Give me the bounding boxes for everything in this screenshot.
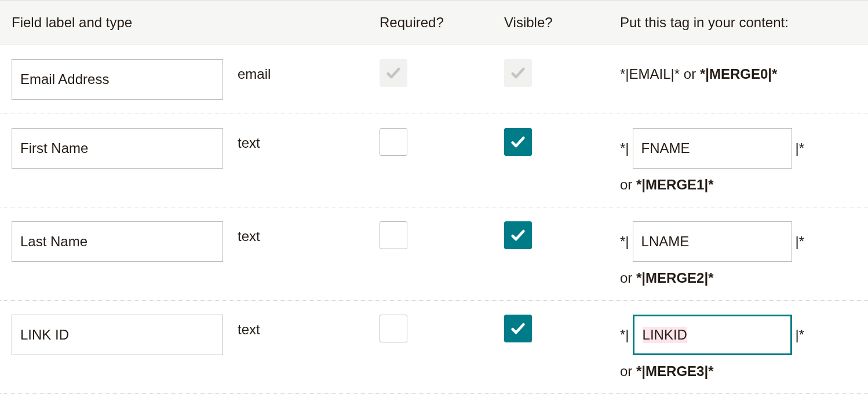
tag-cell: *||*or *|MERGE3|* — [620, 315, 856, 379]
field-label-input[interactable] — [12, 59, 223, 100]
tag-delim: *| — [700, 66, 709, 82]
visible-checkbox — [504, 59, 532, 87]
required-checkbox — [380, 59, 407, 87]
field-label-input[interactable] — [12, 315, 223, 355]
tag-delim: |* — [704, 177, 713, 192]
or-word: or — [684, 66, 696, 82]
tag-merge: MERGE3 — [645, 363, 704, 379]
header-visible: Visible? — [504, 14, 620, 31]
or-word: or — [620, 363, 632, 379]
tag-merge-line: or *|MERGE2|* — [620, 270, 856, 286]
tag-cell: *|EMAIL|* or *|MERGE0|* — [620, 59, 856, 82]
tag-merge: MERGE0 — [709, 66, 768, 82]
tag-merge: MERGE2 — [645, 270, 704, 286]
field-type-label: text — [238, 315, 380, 338]
tag-static-text: *|EMAIL|* or *|MERGE0|* — [620, 66, 856, 82]
tag-delim-open: *| — [620, 140, 629, 156]
tag-delim: |* — [768, 66, 777, 82]
field-type-label: text — [238, 221, 380, 245]
or-word: or — [620, 270, 632, 286]
tag-merge: MERGE1 — [645, 177, 704, 192]
table-row: text*||*or *|MERGE2|* — [0, 207, 868, 301]
tag-delim: *| — [636, 270, 645, 286]
tag-input[interactable] — [633, 128, 792, 169]
or-word: or — [620, 177, 632, 192]
table-row: text*||*or *|MERGE1|* — [0, 114, 868, 207]
header-label: Field label and type — [12, 14, 380, 31]
required-checkbox[interactable] — [380, 315, 407, 342]
header-required: Required? — [380, 14, 504, 31]
table-row: email*|EMAIL|* or *|MERGE0|* — [0, 45, 868, 114]
field-label-input[interactable] — [12, 221, 223, 262]
visible-checkbox[interactable] — [504, 128, 532, 156]
tag-delim-close: |* — [796, 233, 805, 250]
tag-input[interactable] — [633, 221, 792, 262]
required-checkbox[interactable] — [380, 221, 407, 249]
tag-delim: |* — [704, 363, 713, 379]
tag-cell: *||*or *|MERGE1|* — [620, 128, 856, 193]
required-checkbox[interactable] — [380, 128, 407, 156]
field-type-label: text — [238, 128, 380, 151]
field-label-input[interactable] — [12, 128, 223, 169]
tag-delim: *| — [636, 177, 645, 192]
tag-cell: *||*or *|MERGE2|* — [620, 221, 856, 286]
tag-delim-close: |* — [796, 140, 805, 156]
tag-delim-open: *| — [620, 327, 629, 343]
tag-delim: |* — [671, 66, 680, 82]
field-type-label: email — [238, 59, 380, 82]
tag-merge-line: or *|MERGE3|* — [620, 363, 856, 379]
tag-delim: *| — [636, 363, 645, 379]
tag-primary: EMAIL — [629, 66, 671, 82]
header-tag: Put this tag in your content: — [620, 14, 856, 31]
table-row: text*||*or *|MERGE3|* — [0, 301, 868, 394]
tag-delim: |* — [704, 270, 713, 286]
table-header: Field label and type Required? Visible? … — [0, 0, 868, 45]
tag-input[interactable] — [633, 315, 792, 355]
visible-checkbox[interactable] — [504, 315, 532, 342]
tag-delim-close: |* — [796, 327, 805, 343]
visible-checkbox[interactable] — [504, 221, 532, 249]
tag-delim-open: *| — [620, 233, 629, 250]
tag-merge-line: or *|MERGE1|* — [620, 177, 856, 193]
tag-delim: *| — [620, 66, 629, 82]
